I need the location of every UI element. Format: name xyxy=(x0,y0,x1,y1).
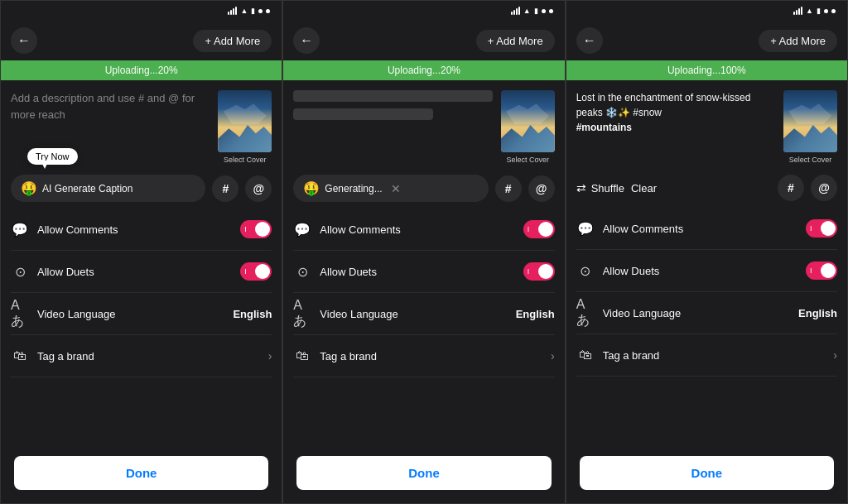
hashtag-button-2[interactable]: # xyxy=(495,175,522,202)
dot-6 xyxy=(831,9,836,13)
upload-bar-2: Uploading...20% xyxy=(283,60,564,80)
add-more-button-1[interactable]: + Add More xyxy=(193,30,272,52)
cover-thumbnail-3[interactable]: Select Cover xyxy=(783,90,837,165)
caption-input-2[interactable] xyxy=(293,90,492,165)
video-language-row-3[interactable]: Aあ Video Language English xyxy=(576,292,837,334)
language-icon-3: Aあ xyxy=(576,304,595,322)
done-button-2[interactable]: Done xyxy=(296,456,551,490)
add-more-button-3[interactable]: + Add More xyxy=(759,30,837,52)
allow-comments-toggle-2[interactable]: I xyxy=(523,220,555,238)
back-button-2[interactable]: ← xyxy=(293,27,320,54)
allow-duets-label-3: Allow Duets xyxy=(603,265,797,277)
signal-icon-3 xyxy=(793,7,802,15)
mountain-scene-3 xyxy=(783,90,837,152)
tag-brand-label-2: Tag a brand xyxy=(320,350,542,362)
battery-icon: ▮ xyxy=(251,7,255,15)
settings-list-1: 💬 Allow Comments I ⊙ Allow Duets I Aあ Vi… xyxy=(11,209,272,377)
allow-duets-label-1: Allow Duets xyxy=(37,266,232,278)
allow-duets-toggle-2[interactable]: I xyxy=(523,262,555,281)
allow-comments-label-2: Allow Comments xyxy=(320,223,514,236)
hashtag-button-3[interactable]: # xyxy=(778,175,804,201)
settings-list-2: 💬 Allow Comments I ⊙ Allow Duets I Aあ Vi… xyxy=(293,209,554,377)
allow-comments-row-2[interactable]: 💬 Allow Comments I xyxy=(293,209,554,251)
allow-duets-row-3[interactable]: ⊙ Allow Duets I xyxy=(576,250,837,292)
signal-icon-2 xyxy=(511,7,520,15)
done-button-1[interactable]: Done xyxy=(14,456,268,490)
at-button-2[interactable]: @ xyxy=(528,175,555,202)
shuffle-row-3: ⇄ Shuffle Clear xyxy=(576,181,771,194)
tag-brand-row-3[interactable]: 🛍 Tag a brand › xyxy=(576,334,837,377)
brand-chevron-2: › xyxy=(551,349,555,362)
cover-thumbnail-2[interactable]: Select Cover xyxy=(501,90,555,165)
dot-2 xyxy=(266,9,270,13)
language-icon-2: Aあ xyxy=(293,305,311,323)
video-language-value-3: English xyxy=(798,307,837,319)
thumbnail-image-1 xyxy=(218,90,272,152)
brand-icon-1: 🛍 xyxy=(11,347,29,365)
phone-screen-1: ▲ ▮ ← + Add More Uploading...20% Add a d… xyxy=(0,0,282,504)
caption-section-2: Select Cover xyxy=(293,90,554,165)
at-button-1[interactable]: @ xyxy=(245,175,272,202)
brand-icon-2: 🛍 xyxy=(293,347,311,365)
caption-filled-text-3: Lost in the enchantment of snow-kissed p… xyxy=(576,90,775,135)
signal-icon xyxy=(228,7,237,15)
comment-icon-1: 💬 xyxy=(11,220,29,238)
add-more-button-2[interactable]: + Add More xyxy=(476,30,555,52)
duet-icon-1: ⊙ xyxy=(11,262,29,281)
allow-duets-toggle-3[interactable]: I xyxy=(806,262,837,280)
phone-screen-3: ▲ ▮ ← + Add More Uploading...100% Lost i… xyxy=(566,0,848,504)
back-button-3[interactable]: ← xyxy=(576,27,603,54)
allow-duets-row-2[interactable]: ⊙ Allow Duets I xyxy=(293,251,554,293)
ai-emoji-1: 🤑 xyxy=(21,180,37,196)
comment-icon-3: 💬 xyxy=(576,219,595,238)
video-language-row-1[interactable]: Aあ Video Language English xyxy=(11,293,272,335)
tag-brand-row-2[interactable]: 🛍 Tag a brand › xyxy=(293,335,554,377)
top-nav-2: ← + Add More xyxy=(283,21,564,60)
select-cover-label-2: Select Cover xyxy=(506,156,549,164)
allow-comments-row-1[interactable]: 💬 Allow Comments I xyxy=(11,209,272,251)
allow-comments-row-3[interactable]: 💬 Allow Comments I xyxy=(576,208,837,250)
tag-brand-row-1[interactable]: 🛍 Tag a brand › xyxy=(11,335,272,377)
ai-caption-row-3: ⇄ Shuffle Clear # @ xyxy=(576,175,837,201)
tag-brand-label-3: Tag a brand xyxy=(603,349,826,362)
duet-icon-2: ⊙ xyxy=(293,262,311,281)
hashtag-button-1[interactable]: # xyxy=(212,175,238,202)
generating-close-2[interactable]: ✕ xyxy=(391,182,401,195)
thumbnail-image-3 xyxy=(783,90,837,152)
dot-3 xyxy=(542,9,546,13)
clear-button-3[interactable]: Clear xyxy=(631,182,657,194)
content-area-2: Select Cover 🤑 Generating... ✕ # @ 💬 All… xyxy=(283,80,564,446)
caption-loading-bar-2 xyxy=(293,108,432,120)
mountain-scene-2 xyxy=(501,90,555,152)
allow-duets-toggle-1[interactable]: I xyxy=(240,262,272,281)
done-button-3[interactable]: Done xyxy=(580,456,834,490)
back-button-1[interactable]: ← xyxy=(11,27,37,54)
language-icon-1: Aあ xyxy=(11,305,29,323)
settings-list-3: 💬 Allow Comments I ⊙ Allow Duets I Aあ Vi… xyxy=(576,208,837,377)
wifi-icon: ▲ xyxy=(240,7,248,15)
caption-input-3[interactable]: Lost in the enchantment of snow-kissed p… xyxy=(576,90,775,165)
done-footer-1: Done xyxy=(1,446,282,503)
done-footer-3: Done xyxy=(566,446,847,503)
battery-icon-3: ▮ xyxy=(817,7,821,15)
top-nav-3: ← + Add More xyxy=(566,21,847,60)
phone-screen-2: ▲ ▮ ← + Add More Uploading...20% xyxy=(282,0,565,504)
status-bar-1: ▲ ▮ xyxy=(1,1,282,21)
ai-generate-button-1[interactable]: 🤑 AI Generate Caption xyxy=(11,175,205,202)
generating-button-2[interactable]: 🤑 Generating... ✕ xyxy=(293,175,488,202)
video-language-row-2[interactable]: Aあ Video Language English xyxy=(293,293,554,335)
shuffle-label-3: Shuffle xyxy=(591,182,624,194)
allow-comments-toggle-1[interactable]: I xyxy=(240,220,272,238)
content-area-3: Lost in the enchantment of snow-kissed p… xyxy=(566,80,847,446)
shuffle-button-3[interactable]: ⇄ Shuffle xyxy=(576,181,624,194)
status-bar-3: ▲ ▮ xyxy=(566,1,847,21)
wifi-icon-3: ▲ xyxy=(806,7,813,15)
cover-thumbnail-1[interactable]: Select Cover xyxy=(218,90,272,165)
ai-caption-row-2: 🤑 Generating... ✕ # @ xyxy=(293,175,554,202)
done-footer-2: Done xyxy=(283,446,564,503)
at-button-3[interactable]: @ xyxy=(811,175,837,201)
allow-duets-label-2: Allow Duets xyxy=(320,266,514,278)
allow-duets-row-1[interactable]: ⊙ Allow Duets I xyxy=(11,251,272,293)
dot-5 xyxy=(824,9,828,13)
allow-comments-toggle-3[interactable]: I xyxy=(806,219,837,238)
